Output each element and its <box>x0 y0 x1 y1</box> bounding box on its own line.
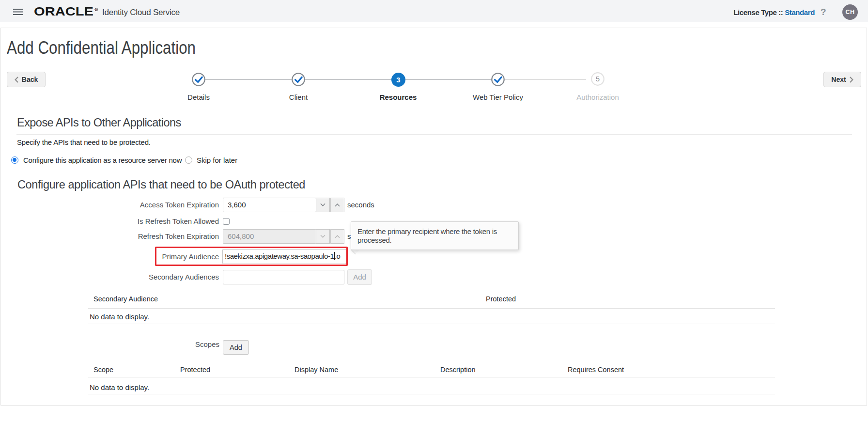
svg-text:5: 5 <box>596 75 600 83</box>
svg-text:ORACLE: ORACLE <box>34 7 93 17</box>
